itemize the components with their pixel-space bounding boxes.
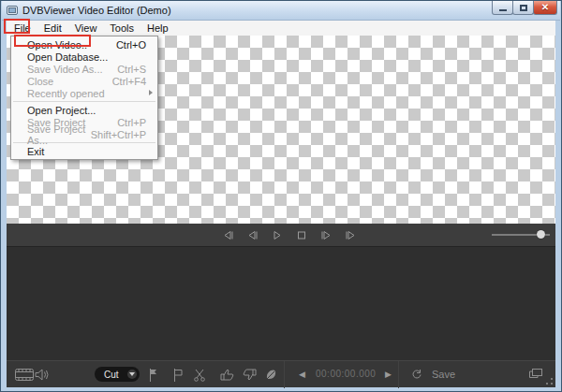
play-button[interactable] [272,229,284,241]
refresh-icon[interactable] [411,369,422,380]
bottom-toolbar: Cut [7,360,555,387]
close-icon: ✕ [541,3,549,12]
timeline-panel[interactable] [7,246,555,360]
submenu-arrow-icon [149,90,153,95]
close-button[interactable]: ✕ [533,1,557,15]
filmstrip-icon[interactable] [15,369,34,381]
edit-mode-dropdown[interactable]: Cut [95,367,140,382]
step-forward-button[interactable] [320,229,333,241]
menu-item-exit[interactable]: Exit [11,145,157,157]
transport-bar [7,224,555,246]
fast-forward-button[interactable] [345,229,357,241]
save-button[interactable]: Save [432,369,455,380]
menu-edit[interactable]: Edit [37,21,68,36]
flag-icon[interactable] [173,369,183,382]
edit-mode-value: Cut [104,370,119,380]
menu-separator [13,101,155,102]
menu-item-close[interactable]: Close Ctrl+F4 [11,75,157,87]
menu-item-open-database[interactable]: Open Database... [11,51,157,63]
step-back-button[interactable] [247,229,259,241]
time-increase-button[interactable]: ▶ [385,370,392,379]
toolbar-separator [398,361,399,388]
menu-bar: File Edit View Tools Help [7,21,555,36]
fast-rewind-button[interactable] [223,229,235,241]
thumbs-up-icon[interactable] [220,369,234,381]
scissors-icon[interactable] [194,369,205,382]
set-bookmark-icon[interactable] [149,369,157,382]
window-controls: ✕ [493,1,557,15]
annotation-box-file [4,19,30,34]
annotation-box-open-video [14,35,91,47]
title-bar[interactable]: DVBViewer Video Editor (Demo) ✕ [2,1,560,21]
chevron-down-icon [127,370,137,379]
menu-item-open-project[interactable]: Open Project... [11,104,157,116]
toolbar-separator [284,361,285,388]
zoom-slider[interactable] [492,224,552,246]
menu-view[interactable]: View [68,21,104,36]
app-icon [7,5,19,16]
maximize-icon [520,5,527,11]
app-window: DVBViewer Video Editor (Demo) ✕ File Edi… [0,0,562,392]
thumbs-down-icon[interactable] [243,369,257,381]
resize-grip[interactable] [545,377,554,385]
menu-item-recently-opened[interactable]: Recently opened [11,87,157,99]
menu-help[interactable]: Help [140,21,175,36]
time-display[interactable]: 00:00:00.000 [316,369,376,379]
audio-mute-icon[interactable] [35,369,50,381]
slider-knob[interactable] [537,230,545,239]
detach-window-icon[interactable] [529,369,542,380]
stamp-icon[interactable] [265,369,277,381]
time-decrease-button[interactable]: ◀ [299,370,305,379]
stop-button[interactable] [296,229,308,241]
file-menu-dropdown: Open Video.. Ctrl+O Open Database... Sav… [10,36,158,160]
minimize-icon [499,8,507,11]
menu-tools[interactable]: Tools [103,21,140,36]
menu-item-save-project-as[interactable]: Save Project As... Shift+Ctrl+P [11,128,157,140]
menu-item-save-video-as[interactable]: Save Video As... Ctrl+S [11,63,157,75]
window-title: DVBViewer Video Editor (Demo) [22,5,171,16]
minimize-button[interactable] [492,1,513,15]
maximize-button[interactable] [512,1,534,15]
